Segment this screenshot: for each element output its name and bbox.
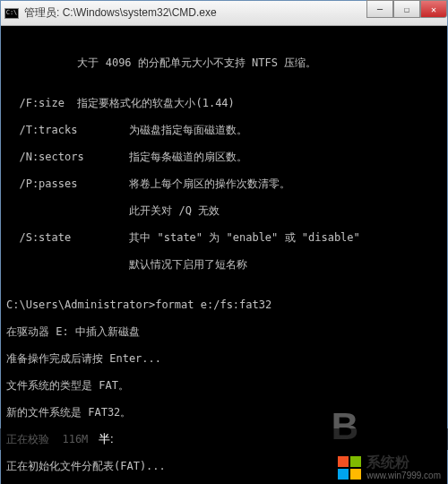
terminal-line: 大于 4096 的分配单元大小不支持 NTFS 压缩。 <box>6 56 442 70</box>
close-button[interactable]: ✕ <box>420 0 447 18</box>
watermark-name: 系统粉 <box>366 454 409 471</box>
terminal-line: C:\Users\Administrator>format e:/fs:fat3… <box>6 298 442 312</box>
terminal-line: /T:tracks 为磁盘指定每面磁道数。 <box>6 124 442 137</box>
window-controls: ─ ☐ ✕ <box>366 0 447 18</box>
titlebar[interactable]: C:\ 管理员: C:\Windows\system32\CMD.exe ─ ☐… <box>1 1 447 26</box>
cmd-window: C:\ 管理员: C:\Windows\system32\CMD.exe ─ ☐… <box>0 0 448 484</box>
terminal-line: 新的文件系统是 FAT32。 <box>6 406 442 419</box>
terminal-line: /N:sectors 指定每条磁道的扇区数。 <box>6 151 442 164</box>
terminal-line: /F:size 指定要格式化的软盘大小(1.44) <box>6 97 442 110</box>
terminal-line: 在驱动器 E: 中插入新磁盘 <box>6 325 442 339</box>
watermark-text: 系统粉 www.win7999.com <box>366 454 441 480</box>
terminal-line: 默认情况下启用了短名称 <box>6 258 442 272</box>
window-title: 管理员: C:\Windows\system32\CMD.exe <box>24 5 217 21</box>
terminal-line: /S:state 其中 "state" 为 "enable" 或 "disabl… <box>6 231 442 245</box>
ime-status-text: 半: <box>99 431 114 447</box>
ime-status-bar: 半: <box>0 428 448 450</box>
minimize-button[interactable]: ─ <box>366 0 393 18</box>
cmd-icon: C:\ <box>4 8 19 19</box>
terminal-line: /P:passes 将卷上每个扇区的操作次数清零。 <box>6 177 442 191</box>
terminal-output[interactable]: 大于 4096 的分配单元大小不支持 NTFS 压缩。 /F:size 指定要格… <box>1 26 447 484</box>
terminal-line: 文件系统的类型是 FAT。 <box>6 379 442 393</box>
terminal-line: 准备操作完成后请按 Enter... <box>6 352 442 366</box>
watermark-url: www.win7999.com <box>366 471 441 480</box>
terminal-line: 此开关对 /Q 无效 <box>6 204 442 218</box>
watermark-logo-icon <box>338 456 361 480</box>
maximize-button[interactable]: ☐ <box>393 0 420 18</box>
watermark: 系统粉 www.win7999.com <box>338 454 441 480</box>
